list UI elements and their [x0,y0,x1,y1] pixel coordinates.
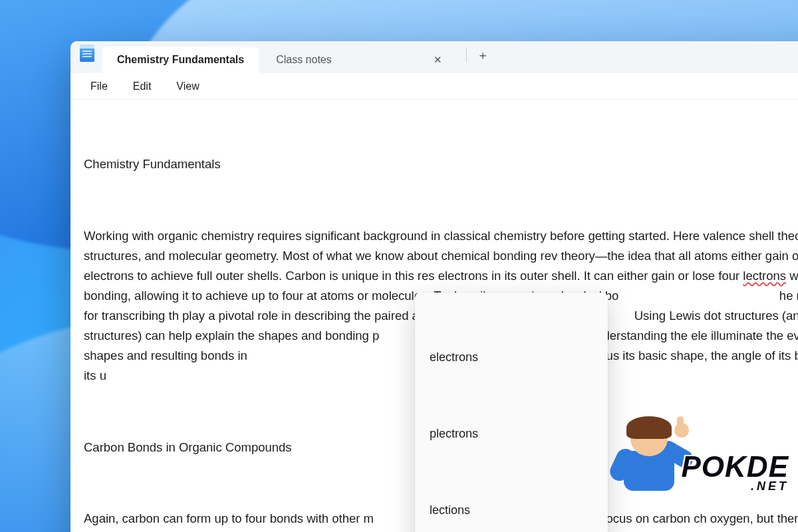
mascot-illustration [612,416,685,503]
new-tab-button[interactable]: ＋ [472,45,493,66]
tab-separator [466,47,467,62]
watermark-brand: POKDE [682,450,789,483]
spell-suggestion[interactable]: electrons [415,339,608,376]
menu-file[interactable]: File [78,76,120,96]
menu-edit[interactable]: Edit [121,76,164,96]
menu-view[interactable]: View [164,76,211,96]
text-run: Working with organic chemistry requires … [84,229,798,283]
tab-chemistry-fundamentals[interactable]: Chemistry Fundamentals [102,47,259,73]
spellcheck-suggestions-popup: electrons plectrons lections lectors ele… [415,293,608,532]
misspelled-word[interactable]: lectrons [743,269,786,283]
notepad-app-icon [80,45,94,62]
tab-label: Chemistry Fundamentals [117,54,244,66]
spell-suggestion[interactable]: plectrons [415,416,608,452]
tab-label: Class notes [276,54,332,66]
menubar: File Edit View [70,73,798,100]
close-tab-icon[interactable]: ✕ [430,51,446,68]
document-title: Chemistry Fundamentals [84,154,798,174]
tab-class-notes[interactable]: Class notes ✕ [261,47,461,73]
spell-suggestion[interactable]: lections [415,492,608,529]
watermark: POKDE .NET [682,450,789,493]
titlebar: Chemistry Fundamentals Class notes ✕ ＋ [70,41,798,73]
